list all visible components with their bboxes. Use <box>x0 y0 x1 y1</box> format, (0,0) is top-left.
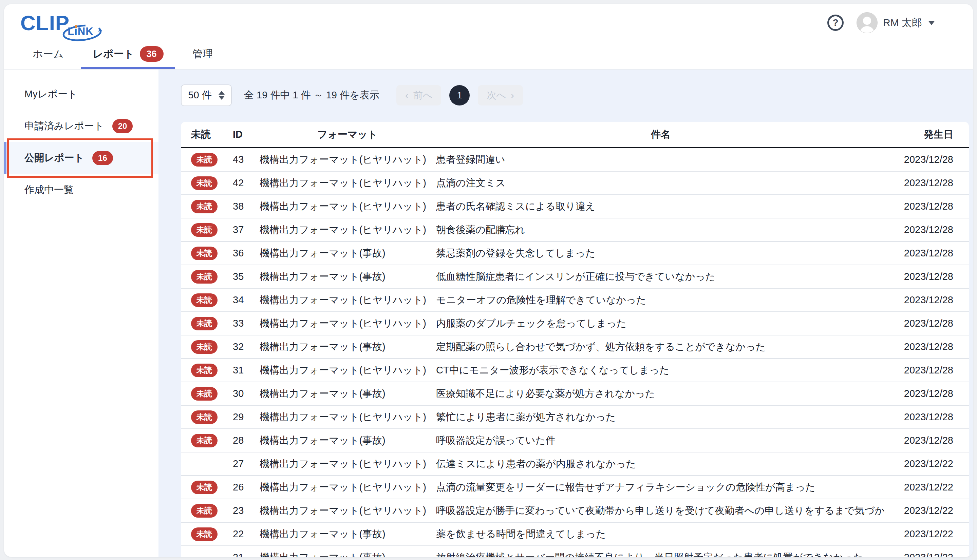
table-row[interactable]: 未読 36 機構出力フォーマット(事故) 禁忌薬剤の登録を失念してしまった 20… <box>181 242 969 265</box>
row-format: 機構出力フォーマット(ヒヤリハット) <box>259 363 436 377</box>
unread-badge: 未読 <box>191 363 217 377</box>
chevron-left-icon: ‹ <box>405 90 409 100</box>
chevron-right-icon: › <box>511 90 514 100</box>
table-row[interactable]: 未読 43 機構出力フォーマット(ヒヤリハット) 患者登録間違い 2023/12… <box>181 148 969 172</box>
help-icon[interactable]: ? <box>827 15 843 31</box>
table-row[interactable]: 未読 29 機構出力フォーマット(ヒヤリハット) 繁忙により患者に薬が処方されな… <box>181 406 969 429</box>
row-id: 28 <box>225 435 259 446</box>
public-count-badge: 16 <box>92 151 113 165</box>
table-row[interactable]: 27 機構出力フォーマット(ヒヤリハット) 伝達ミスにより患者の薬が内服されなか… <box>181 452 969 476</box>
reports-table: 未読 ID フォーマット 件名 発生日 未読 43 機構出力フォーマット(ヒヤリ… <box>181 122 969 557</box>
unread-badge: 未読 <box>191 153 217 167</box>
table-row[interactable]: 未読 26 機構出力フォーマット(ヒヤリハット) 点滴の流量変更をリーダーに報告… <box>181 476 969 499</box>
row-id: 29 <box>225 412 259 423</box>
row-id: 38 <box>225 201 259 212</box>
table-row[interactable]: 未読 33 機構出力フォーマット(ヒヤリハット) 内服薬のダブルチェックを怠って… <box>181 312 969 335</box>
tab-reports[interactable]: レポート 36 <box>81 41 175 69</box>
row-subject: 呼吸器設定が誤っていた件 <box>436 434 885 447</box>
submitted-count-badge: 20 <box>112 119 133 133</box>
row-id: 22 <box>225 528 259 540</box>
row-id: 23 <box>225 505 259 516</box>
row-format: 機構出力フォーマット(事故) <box>259 527 436 541</box>
current-page-indicator[interactable]: 1 <box>449 85 470 105</box>
per-page-select[interactable]: 50 件 <box>181 85 232 106</box>
unread-badge: 未読 <box>191 387 217 401</box>
pagination-bar: 50 件 全 19 件中 1 件 ～ 19 件を表示 ‹ 前へ 1 次へ › <box>181 85 969 106</box>
row-subject: 伝達ミスにより患者の薬が内服されなかった <box>436 457 885 471</box>
row-date: 2023/12/28 <box>885 388 969 399</box>
unread-badge: 未読 <box>191 223 217 237</box>
table-row[interactable]: 未読 38 機構出力フォーマット(ヒヤリハット) 患者の氏名確認ミスによる取り違… <box>181 195 969 218</box>
row-id: 43 <box>225 154 259 165</box>
row-subject: 朝食後薬の配膳忘れ <box>436 223 885 237</box>
row-date: 2023/12/22 <box>885 505 969 516</box>
row-format: 機構出力フォーマット(ヒヤリハット) <box>259 481 436 494</box>
row-date: 2023/12/28 <box>885 154 969 165</box>
row-subject: 医療知識不足により必要な薬が処方されなかった <box>436 387 885 401</box>
row-date: 2023/12/28 <box>885 341 969 352</box>
row-id: 37 <box>225 224 259 235</box>
row-format: 機構出力フォーマット(ヒヤリハット) <box>259 153 436 167</box>
next-page-button[interactable]: 次へ › <box>478 85 523 105</box>
row-date: 2023/12/28 <box>885 224 969 235</box>
row-subject: CT中にモニター波形が表示できなくなってしまった <box>436 363 885 377</box>
table-row[interactable]: 未読 35 機構出力フォーマット(事故) 低血糖性脳症患者にインスリンが正確に投… <box>181 265 969 288</box>
table-row[interactable]: 未読 34 機構出力フォーマット(ヒヤリハット) モニターオフの危険性を理解でき… <box>181 288 969 312</box>
table-row[interactable]: 未読 22 機構出力フォーマット(事故) 薬を飲ませる時間を間違えてしまった 2… <box>181 523 969 546</box>
table-row[interactable]: 未読 31 機構出力フォーマット(ヒヤリハット) CT中にモニター波形が表示でき… <box>181 359 969 382</box>
tab-admin[interactable]: 管理 <box>181 41 225 69</box>
unread-badge: 未読 <box>191 317 217 330</box>
row-date: 2023/12/28 <box>885 412 969 423</box>
row-date: 2023/12/28 <box>885 271 969 282</box>
row-format: 機構出力フォーマット(ヒヤリハット) <box>259 177 436 190</box>
table-row[interactable]: 未読 30 機構出力フォーマット(事故) 医療知識不足により必要な薬が処方されな… <box>181 382 969 406</box>
unread-badge: 未読 <box>191 177 217 190</box>
table-row[interactable]: 未読 28 機構出力フォーマット(事故) 呼吸器設定が誤っていた件 2023/1… <box>181 429 969 452</box>
row-format: 機構出力フォーマット(事故) <box>259 551 436 557</box>
table-row[interactable]: 未読 37 機構出力フォーマット(ヒヤリハット) 朝食後薬の配膳忘れ 2023/… <box>181 218 969 242</box>
col-header-subject: 件名 <box>436 128 885 142</box>
unread-badge: 未読 <box>191 270 217 283</box>
row-date: 2023/12/22 <box>885 528 969 540</box>
row-id: 34 <box>225 294 259 306</box>
row-subject: 薬を飲ませる時間を間違えてしまった <box>436 527 885 541</box>
table-row[interactable]: 21 機構出力フォーマット(事故) 放射線治療機械とサーバー間の接続不良により、… <box>181 546 969 557</box>
row-format: 機構出力フォーマット(ヒヤリハット) <box>259 200 436 213</box>
content-area: 50 件 全 19 件中 1 件 ～ 19 件を表示 ‹ 前へ 1 次へ › <box>159 70 973 557</box>
row-date: 2023/12/28 <box>885 318 969 329</box>
row-subject: 定期配薬の照らし合わせで気づかず、処方依頼をすることができなかった <box>436 340 885 354</box>
table-row[interactable]: 未読 32 機構出力フォーマット(事故) 定期配薬の照らし合わせで気づかず、処方… <box>181 335 969 359</box>
unread-badge: 未読 <box>191 527 217 541</box>
row-date: 2023/12/22 <box>885 482 969 493</box>
tab-home[interactable]: ホーム <box>21 41 75 69</box>
unread-badge: 未読 <box>191 504 217 518</box>
row-date: 2023/12/28 <box>885 248 969 259</box>
row-subject: 患者登録間違い <box>436 153 885 167</box>
user-menu[interactable]: RM 太郎 <box>857 12 935 33</box>
sidebar: Myレポート 申請済みレポート 20 公開レポート 16 作成中一覧 <box>4 70 159 557</box>
row-subject: 放射線治療機械とサーバー間の接続不良により、当日照射予定だった患者に処置ができな… <box>436 551 885 557</box>
row-id: 42 <box>225 177 259 188</box>
row-date: 2023/12/28 <box>885 435 969 446</box>
prev-page-button[interactable]: ‹ 前へ <box>396 85 441 105</box>
row-id: 26 <box>225 482 259 493</box>
sidebar-item-drafts[interactable]: 作成中一覧 <box>4 174 159 206</box>
sidebar-item-my-reports[interactable]: Myレポート <box>4 78 159 110</box>
col-header-id: ID <box>225 129 259 140</box>
row-date: 2023/12/22 <box>885 458 969 470</box>
row-id: 36 <box>225 248 259 259</box>
row-date: 2023/12/22 <box>885 552 969 557</box>
row-date: 2023/12/28 <box>885 294 969 306</box>
sidebar-item-public-reports[interactable]: 公開レポート 16 <box>4 142 159 174</box>
col-header-date: 発生日 <box>885 128 969 142</box>
unread-badge: 未読 <box>191 247 217 260</box>
row-subject: モニターオフの危険性を理解できていなかった <box>436 293 885 307</box>
row-format: 機構出力フォーマット(ヒヤリハット) <box>259 317 436 330</box>
row-subject: 呼吸器設定が勝手に変わっていて夜勤帯から申し送りを受けて夜勤者への申し送りをする… <box>436 504 885 518</box>
row-id: 35 <box>225 271 259 282</box>
row-date: 2023/12/28 <box>885 177 969 188</box>
table-row[interactable]: 未読 23 機構出力フォーマット(ヒヤリハット) 呼吸器設定が勝手に変わっていて… <box>181 499 969 523</box>
sidebar-item-submitted-reports[interactable]: 申請済みレポート 20 <box>4 110 159 142</box>
table-row[interactable]: 未読 42 機構出力フォーマット(ヒヤリハット) 点滴の注文ミス 2023/12… <box>181 172 969 195</box>
row-id: 31 <box>225 365 259 376</box>
